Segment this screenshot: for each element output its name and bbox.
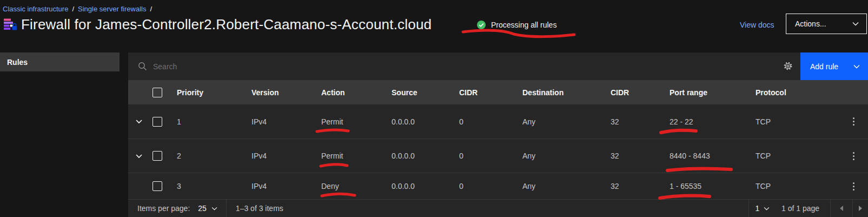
expand-row-chevron[interactable] [128,154,149,159]
breadcrumb-link-single-server-firewalls[interactable]: Single server firewalls [78,5,146,13]
cell-action: Permit [321,117,392,126]
page-title: Firewall for James-Controller2.Robert-Ca… [21,16,432,33]
cell-action: Permit [321,152,392,160]
sidebar-item-rules-label: Rules [7,58,28,67]
divider [226,200,227,217]
items-per-page-value: 25 [198,204,207,213]
select-all-checkbox[interactable] [153,88,162,97]
table-row: 2 IPv4 Permit 0.0.0.0 0 Any 32 8440 - 84… [128,139,868,173]
cell-port-range: 8440 - 8443 [670,152,756,160]
column-header-destination: Destination [522,88,611,97]
items-per-page-label: Items per page: [137,204,190,213]
items-range-text: 1–3 of 3 items [236,204,283,213]
column-header-port-range: Port range [670,88,756,97]
add-rule-button[interactable]: Add rule [800,52,868,80]
status-label: Processing all rules [491,21,556,29]
settings-gear-icon[interactable] [779,57,797,75]
row-overflow-menu-icon[interactable] [842,149,866,163]
table-row: 3 IPv4 Deny 0.0.0.0 0 Any 32 1 - 65535 T… [128,173,868,199]
firewall-details-page: Classic infrastructure / Single server f… [0,0,868,217]
breadcrumb-separator: / [150,5,152,13]
chevron-down-icon [764,207,770,211]
caret-left-icon [840,206,843,211]
cell-destination: Any [522,117,611,126]
cell-version: IPv4 [251,117,321,126]
row-overflow-menu-icon[interactable] [842,179,866,194]
sidebar-item-rules[interactable]: Rules [0,52,120,71]
expand-row-chevron[interactable] [128,119,149,124]
view-docs-link[interactable]: View docs [740,21,774,29]
cell-source-cidr: 0 [459,152,522,160]
cell-port-range: 1 - 65535 [670,182,756,190]
cell-destination-cidr: 32 [611,117,670,126]
actions-dropdown-label: Actions... [795,19,826,28]
table-toolbar: Add rule [128,52,868,80]
cell-protocol: TCP [756,182,844,190]
cell-destination-cidr: 32 [611,152,670,160]
cell-source-cidr: 0 [459,117,522,126]
chevron-down-icon [211,207,217,211]
row-checkbox[interactable] [153,181,162,191]
page-number-select[interactable]: 1 [749,200,776,217]
table-header-row: Priority Version Action Source CIDR Dest… [128,80,868,104]
chevron-down-icon [852,22,859,26]
cell-source: 0.0.0.0 [392,152,459,160]
checkmark-filled-icon [476,20,486,30]
cell-protocol: TCP [756,117,844,126]
search-input[interactable] [153,62,478,71]
cell-priority: 1 [177,117,251,126]
cell-destination: Any [522,152,611,160]
cell-priority: 2 [177,152,251,160]
chevron-down-icon [135,154,143,159]
status-badge: Processing all rules [476,20,556,30]
search-icon [138,62,147,71]
row-checkbox[interactable] [153,151,162,161]
table-row: 1 IPv4 Permit 0.0.0.0 0 Any 32 22 - 22 T… [128,104,868,139]
breadcrumb-separator: / [72,5,74,13]
firewall-icon [3,17,17,31]
column-header-source: Source [392,88,459,97]
items-per-page-select[interactable] [211,207,217,211]
column-header-priority: Priority [177,88,251,97]
column-header-action: Action [321,88,392,97]
cell-source: 0.0.0.0 [392,182,459,190]
cell-version: IPv4 [251,152,321,160]
row-checkbox[interactable] [153,117,162,127]
cell-destination: Any [522,182,611,190]
cell-version: IPv4 [251,182,321,190]
pagination-left: Items per page: 25 1–3 of 3 items [128,200,283,217]
cell-action: Deny [321,182,392,190]
actions-dropdown[interactable]: Actions... [786,14,867,34]
row-overflow-menu-icon[interactable] [842,114,866,129]
cell-port-range: 22 - 22 [670,117,756,126]
column-header-source-cidr: CIDR [459,88,522,97]
chevron-down-icon [853,64,860,69]
column-header-destination-cidr: CIDR [611,88,670,97]
page-number-value: 1 [756,204,760,213]
column-header-protocol: Protocol [756,88,844,97]
chevron-down-icon [135,119,143,124]
cell-source: 0.0.0.0 [392,117,459,126]
pagination-right: 1 1 of 1 page [748,200,868,217]
search-box [128,52,615,80]
previous-page-button[interactable] [831,200,852,217]
pagination-bar: Items per page: 25 1–3 of 3 items 1 1 of… [128,199,868,217]
caret-right-icon [859,206,862,211]
cell-protocol: TCP [756,152,844,160]
cell-source-cidr: 0 [459,182,522,190]
breadcrumb: Classic infrastructure / Single server f… [3,5,152,13]
cell-priority: 3 [177,182,251,190]
page-count-text: 1 of 1 page [776,204,830,213]
column-header-version: Version [251,88,321,97]
breadcrumb-link-classic-infrastructure[interactable]: Classic infrastructure [3,5,68,13]
add-rule-label: Add rule [810,62,838,71]
cell-destination-cidr: 32 [611,182,670,190]
next-page-button[interactable] [853,200,868,217]
